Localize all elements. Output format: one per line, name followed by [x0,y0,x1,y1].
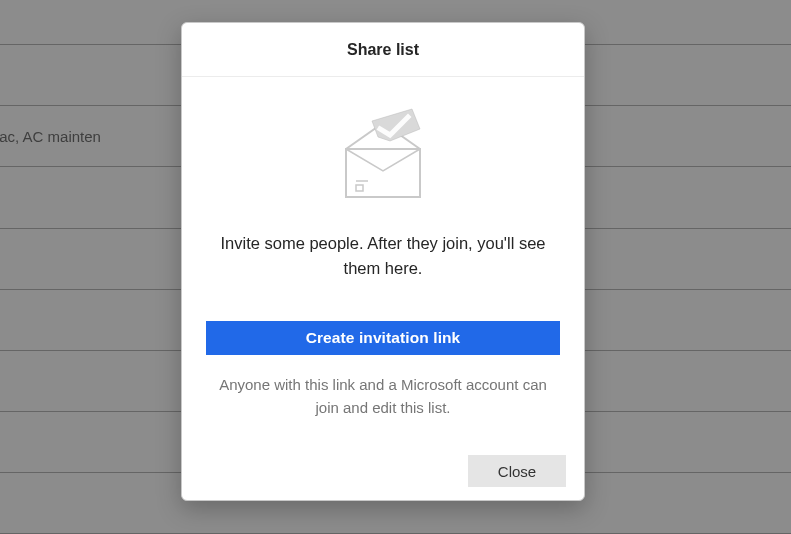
share-list-dialog: Share list Invite some people. After the… [181,22,585,501]
create-invitation-link-button[interactable]: Create invitation link [206,321,560,355]
invite-message: Invite some people. After they join, you… [206,231,560,281]
close-button[interactable]: Close [468,455,566,487]
dialog-title: Share list [182,23,584,77]
envelope-check-icon [328,101,438,211]
helper-text: Anyone with this link and a Microsoft ac… [206,373,560,420]
dialog-body: Invite some people. After they join, you… [182,77,584,442]
dialog-footer: Close [182,442,584,500]
svg-rect-2 [356,185,363,191]
svg-marker-3 [372,109,420,141]
